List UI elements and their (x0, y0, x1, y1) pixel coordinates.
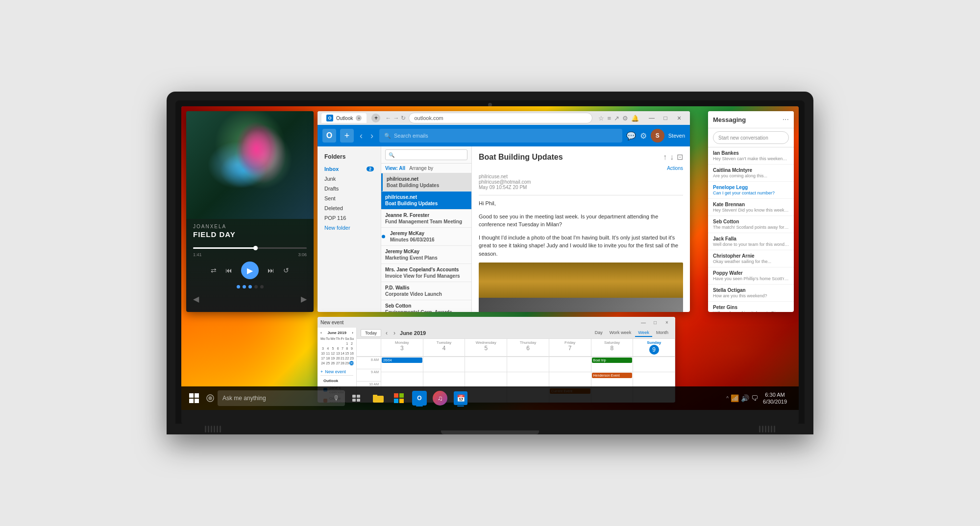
email-item-7[interactable]: Seb Cotton Environmental Corp. Awards (381, 300, 471, 312)
cal-d-12[interactable]: 12 (330, 351, 335, 356)
star-icon[interactable]: ☆ (598, 115, 604, 122)
msg-contact-christopher[interactable]: Christopher Arnie Okay weather sailing f… (708, 250, 794, 267)
user-avatar[interactable]: S (651, 129, 664, 143)
cal-view-workweek[interactable]: Work week (607, 329, 634, 337)
cal-cell-thu-9[interactable] (507, 372, 549, 387)
prev-btn[interactable]: ⏮ (225, 266, 232, 274)
cal-nav-next[interactable]: › (352, 331, 353, 335)
cal-d-27[interactable]: 27 (336, 361, 341, 365)
msg-contact-stella[interactable]: Stella Octigan How are you this weekend? (708, 285, 794, 302)
msg-contact-jack[interactable]: Jack Falla Well done to your team for th… (708, 233, 794, 250)
move-up-icon[interactable]: ↑ (663, 153, 667, 162)
cal-view-day[interactable]: Day (592, 329, 606, 337)
expand-icon[interactable]: ⊡ (677, 152, 683, 162)
messaging-more-btn[interactable]: ··· (783, 115, 789, 124)
outlook-search-bar[interactable]: 🔍 Search emails (379, 129, 622, 143)
email-item-2[interactable]: Jeanne R. Forester Fund Management Team … (381, 210, 471, 228)
cal-d-2[interactable]: 2 (349, 341, 354, 346)
music-nav-left[interactable]: ◀ (193, 294, 199, 304)
email-item-6[interactable]: P.D. Wallis Corporate Video Launch (381, 282, 471, 300)
email-item-5[interactable]: Mrs. Jane Copeland's Accounts Invoice Vi… (381, 264, 471, 282)
microphone-icon[interactable]: 🎙 (333, 394, 340, 402)
cal-view-week[interactable]: Week (635, 329, 652, 337)
cal-event-boattrip[interactable]: Boat trip (592, 358, 633, 363)
cal-cell-wed-8[interactable] (465, 357, 507, 372)
nav-back[interactable]: ‹ (358, 131, 365, 141)
msg-contact-seb[interactable]: Seb Cotton The match! Scotland points aw… (708, 216, 794, 233)
taskbar-clock[interactable]: 6:30 AM 6/30/2019 (760, 391, 790, 406)
nav-forward[interactable]: › (368, 131, 375, 141)
maximize-btn[interactable]: □ (659, 111, 672, 125)
cal-d-17[interactable]: 17 (320, 356, 325, 360)
cal-d-11[interactable]: 11 (326, 351, 330, 356)
cal-cell-tue-9[interactable] (423, 372, 466, 387)
share-icon[interactable]: ↗ (614, 115, 619, 122)
cal-close-btn[interactable]: × (662, 317, 672, 328)
cal-cell-wed-9[interactable] (465, 372, 507, 387)
forward-btn[interactable]: → (393, 115, 399, 121)
email-item-0[interactable]: philricuse.net Boat Building Updates (381, 173, 471, 191)
filter-view-all[interactable]: View: All (385, 166, 405, 171)
cal-d-23[interactable]: 23 (349, 356, 354, 360)
cal-d-4[interactable]: 4 (326, 346, 330, 351)
notification-icon[interactable]: 🔔 (631, 115, 639, 122)
cal-d-9[interactable]: 9 (349, 346, 354, 351)
repeat-btn[interactable]: ↺ (283, 266, 289, 274)
show-hidden-icons-btn[interactable]: ^ (726, 396, 729, 401)
cal-d-7[interactable]: 7 (341, 346, 344, 351)
music-progress-area[interactable] (186, 243, 314, 251)
email-item-1[interactable]: philricuse.net Boat Building Updates (381, 191, 471, 210)
folder-drafts[interactable]: Drafts (318, 184, 381, 193)
show-desktop-btn[interactable] (790, 388, 795, 408)
music-nav-right[interactable]: ▶ (301, 294, 307, 304)
cal-cell-sun-8[interactable] (633, 357, 675, 372)
store-btn[interactable] (389, 388, 409, 408)
cal-d-8[interactable]: 8 (345, 346, 349, 351)
cal-d-25[interactable]: 25 (326, 361, 330, 365)
file-explorer-btn[interactable] (368, 388, 388, 408)
cal-d-29[interactable]: 29 (345, 361, 349, 365)
calendar-app-btn[interactable]: 📅 (451, 388, 470, 408)
cal-today-btn[interactable]: Today (361, 329, 381, 337)
cal-cell-tue-8[interactable] (423, 357, 466, 372)
folder-deleted[interactable]: Deleted (318, 203, 381, 213)
cal-cell-sat-9[interactable]: Henderson Event (591, 372, 634, 387)
tab-close-btn[interactable]: × (356, 115, 362, 121)
folder-junk[interactable]: Junk (318, 174, 381, 184)
cal-d-18[interactable]: 18 (326, 356, 330, 360)
cal-d-1[interactable]: 1 (345, 341, 349, 346)
shuffle-btn[interactable]: ⇄ (211, 266, 217, 274)
cal-d[interactable] (336, 341, 341, 346)
cal-cell-thu-8[interactable] (507, 357, 549, 372)
msg-contact-caitlina[interactable]: Caitlina McIntyre Are you coming along t… (708, 165, 794, 182)
msg-contact-poppy[interactable]: Poppy Wafer Have you seen Phillip's home… (708, 267, 794, 285)
folder-sent[interactable]: Sent (318, 193, 381, 203)
new-tab-btn[interactable]: + (371, 114, 380, 122)
cal-cell-sat-8[interactable]: Boat trip (591, 357, 634, 372)
folder-inbox[interactable]: Inbox 2 (318, 164, 381, 174)
cal-d-24[interactable]: 24 (320, 361, 325, 365)
browser-tab-outlook[interactable]: O Outlook × (321, 113, 367, 123)
search-bar[interactable]: Ask me anything 🎙 (218, 390, 345, 406)
cal-d-20[interactable]: 20 (336, 356, 341, 360)
move-down-icon[interactable]: ↓ (670, 153, 674, 162)
address-bar[interactable]: outlook.com (409, 113, 592, 123)
cal-maximize-btn[interactable]: □ (650, 317, 661, 328)
network-icon[interactable]: 📶 (731, 394, 739, 402)
cal-d-10[interactable]: 10 (320, 351, 325, 356)
msg-contact-penelope[interactable]: Penelope Legg Can I get your contact num… (708, 182, 794, 199)
new-folder-btn[interactable]: New folder (318, 223, 381, 233)
cal-cell-mon-9[interactable] (381, 372, 423, 387)
cortana-button[interactable] (203, 391, 218, 406)
cal-d-22[interactable]: 22 (345, 356, 349, 360)
new-conversation-btn[interactable]: Start new conversation (713, 131, 789, 144)
cal-view-month[interactable]: Month (653, 329, 671, 337)
cal-d[interactable] (341, 341, 344, 346)
play-pause-btn[interactable]: ▶ (241, 262, 259, 279)
cal-next-week-btn[interactable]: › (392, 330, 397, 336)
msg-contact-kate[interactable]: Kate Brennan Hey Steven! Did you know th… (708, 199, 794, 216)
chat-icon[interactable]: 💬 (626, 131, 636, 141)
cal-prev-week-btn[interactable]: ‹ (384, 330, 389, 336)
cal-d-21[interactable]: 21 (341, 356, 344, 360)
cal-minimize-btn[interactable]: — (638, 317, 649, 328)
